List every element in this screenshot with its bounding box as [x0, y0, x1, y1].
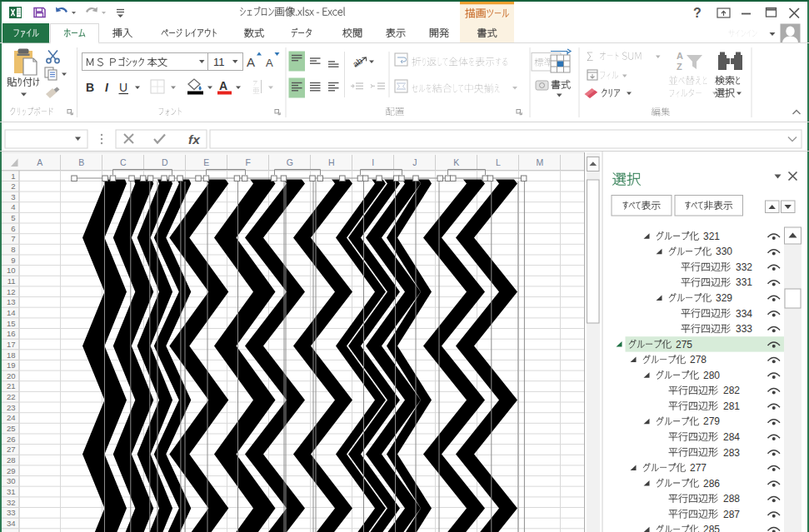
svg-text:U: U	[119, 81, 127, 94]
svg-text:19: 19	[7, 360, 16, 370]
svg-text:281: 281	[723, 400, 740, 412]
svg-text:16: 16	[7, 329, 16, 338]
svg-text:3: 3	[11, 192, 15, 201]
svg-text:277: 277	[690, 462, 707, 474]
svg-text:5: 5	[11, 213, 15, 222]
svg-text:22: 22	[7, 392, 16, 401]
svg-text:329: 329	[716, 292, 732, 304]
svg-text:Z: Z	[677, 62, 682, 72]
svg-text:331: 331	[736, 276, 752, 288]
svg-text:26: 26	[7, 435, 16, 444]
svg-text:?: ?	[693, 6, 702, 20]
svg-text:31: 31	[7, 487, 16, 496]
svg-text:11: 11	[213, 56, 225, 68]
svg-text:32: 32	[7, 498, 16, 507]
svg-text:H: H	[328, 157, 335, 167]
svg-text:330: 330	[716, 246, 732, 257]
svg-text:fx: fx	[188, 132, 201, 147]
svg-text:G: G	[287, 157, 293, 167]
svg-text:B: B	[86, 81, 94, 94]
svg-text:275: 275	[676, 339, 692, 351]
svg-text:A: A	[677, 51, 683, 61]
svg-text:33: 33	[7, 508, 16, 517]
svg-text:D: D	[162, 157, 168, 167]
svg-text:K: K	[453, 157, 459, 167]
svg-text:F: F	[246, 157, 251, 167]
svg-text:28: 28	[7, 455, 16, 465]
svg-text:I: I	[372, 157, 374, 167]
svg-text:A: A	[37, 157, 42, 167]
svg-text:21: 21	[7, 381, 16, 390]
svg-text:10: 10	[7, 266, 16, 275]
svg-text:12: 12	[7, 287, 16, 296]
svg-text:332: 332	[736, 261, 752, 273]
svg-text:35: 35	[7, 530, 16, 532]
svg-text:8: 8	[11, 245, 15, 254]
svg-text:17: 17	[7, 340, 16, 349]
svg-text:J: J	[412, 157, 417, 167]
svg-text:B: B	[78, 157, 84, 167]
svg-text:27: 27	[7, 445, 16, 454]
svg-text:23: 23	[7, 403, 16, 412]
svg-text:11: 11	[7, 276, 16, 286]
svg-text:30: 30	[7, 476, 16, 485]
svg-text:A: A	[219, 79, 227, 92]
svg-text:6: 6	[11, 224, 15, 233]
svg-text:E: E	[203, 157, 209, 167]
svg-text:286: 286	[703, 478, 720, 490]
svg-text:288: 288	[723, 493, 740, 505]
svg-text:13: 13	[7, 297, 16, 306]
svg-text:18: 18	[7, 351, 16, 360]
svg-text:25: 25	[7, 424, 16, 433]
svg-text:282: 282	[723, 385, 740, 396]
svg-text:4: 4	[11, 202, 15, 211]
svg-text:15: 15	[7, 319, 16, 328]
svg-text:20: 20	[7, 371, 16, 380]
svg-text:1: 1	[11, 172, 15, 181]
svg-text:34: 34	[7, 519, 16, 528]
svg-text:280: 280	[703, 370, 720, 381]
svg-text:334: 334	[736, 308, 752, 320]
svg-text:L: L	[496, 157, 501, 167]
svg-text:7: 7	[11, 234, 15, 243]
svg-text:A: A	[266, 57, 273, 69]
svg-text:279: 279	[703, 415, 720, 427]
svg-text:284: 284	[723, 431, 740, 443]
svg-text:M: M	[536, 157, 543, 167]
svg-text:14: 14	[7, 308, 16, 317]
svg-text:C: C	[120, 157, 127, 167]
svg-text:333: 333	[736, 323, 752, 335]
svg-text:A: A	[247, 55, 255, 69]
svg-text:9: 9	[11, 256, 15, 265]
svg-text:283: 283	[723, 447, 740, 459]
svg-text:278: 278	[690, 354, 707, 365]
svg-text:321: 321	[703, 231, 720, 242]
svg-text:287: 287	[723, 509, 740, 520]
svg-text:2: 2	[11, 181, 15, 191]
svg-text:29: 29	[7, 466, 16, 475]
svg-text:285: 285	[703, 524, 720, 532]
svg-text:24: 24	[7, 413, 16, 422]
